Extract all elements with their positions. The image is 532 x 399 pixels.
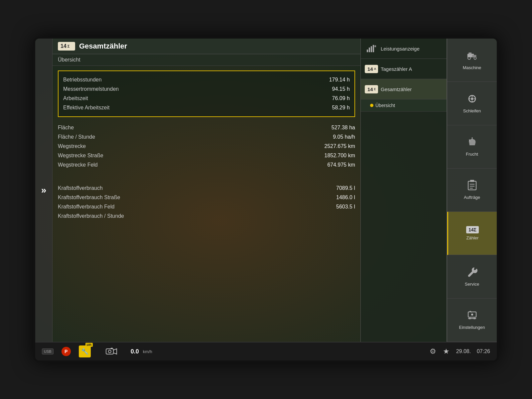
svg-point-19 bbox=[471, 314, 473, 316]
parking-indicator: P bbox=[62, 347, 71, 356]
row-label: Wegstrecke bbox=[58, 143, 86, 149]
sub-item-label: Übersicht bbox=[375, 103, 395, 108]
main-content-panel: 14 Σ Gesamtzähler Übersicht Betriebsstun… bbox=[53, 39, 360, 342]
wrench-timer-indicator: 🔧 10h bbox=[79, 345, 91, 357]
tractor-icon bbox=[467, 50, 477, 63]
fuel-section: Kraftstoffverbrauch 7089.5 l Kraftstoffv… bbox=[58, 182, 355, 222]
row-label: Kraftstoffverbrauch bbox=[58, 185, 103, 191]
row-label: Kraftstoffverbrauch Straße bbox=[58, 195, 120, 200]
time-value: 07:26 bbox=[477, 348, 490, 354]
row-value: 527.38 ha bbox=[332, 125, 355, 131]
svg-rect-1 bbox=[369, 48, 370, 52]
row-value: 1852.700 km bbox=[324, 153, 355, 159]
row-value: 2527.675 km bbox=[324, 143, 355, 149]
table-row: Kraftstoffverbrauch Feld 5603.5 l bbox=[58, 202, 355, 211]
menu-label-tageszaehler: Tageszähler A bbox=[381, 66, 412, 72]
gesamtzaehler-icon: 14 Σ bbox=[366, 84, 377, 94]
table-row: Wegstrecke Feld 674.975 km bbox=[58, 160, 355, 170]
datetime-display: 29.08. 07:26 bbox=[456, 348, 490, 354]
menu-item-tageszaehler[interactable]: 14 A Tageszähler A bbox=[361, 59, 447, 79]
table-row: Wegstrecke Straße 1852.700 km bbox=[58, 151, 355, 160]
status-bar: USB P 🔧 10h 0.0 km/h ⚙ bbox=[35, 342, 497, 360]
right-sidebar: Maschine Schleifen bbox=[447, 39, 497, 342]
status-right-group: ⚙ ★ 29.08. 07:26 bbox=[430, 347, 490, 356]
table-row: Betriebsstunden 179.14 h bbox=[63, 75, 350, 84]
row-label: Effektive Arbeitszeit bbox=[63, 105, 109, 111]
einstellungen-icon bbox=[467, 310, 477, 323]
sidebar-item-maschine[interactable]: Maschine bbox=[447, 39, 497, 82]
speed-unit: km/h bbox=[143, 349, 152, 354]
sub-item-ubersicht[interactable]: Übersicht bbox=[361, 99, 447, 112]
sidebar-label-maschine: Maschine bbox=[463, 65, 481, 70]
row-value: 76.09 h bbox=[332, 95, 350, 101]
camera-indicator bbox=[105, 347, 117, 356]
row-label: Wegstrecke Straße bbox=[58, 153, 103, 159]
tageszaehler-icon: 14 A bbox=[366, 64, 377, 74]
row-value: 5603.5 l bbox=[336, 204, 355, 210]
badge-sub: Σ bbox=[67, 44, 70, 48]
timer-badge: 10h bbox=[85, 343, 93, 347]
area-section: Fläche 527.38 ha Fläche / Stunde 9.05 ha… bbox=[58, 122, 355, 171]
menu-label-leistungsanzeige: Leistungsanzeige bbox=[381, 46, 420, 52]
sidebar-item-frucht[interactable]: Frucht bbox=[447, 125, 497, 169]
usb-indicator: USB bbox=[42, 348, 54, 354]
sidebar-item-einstellungen[interactable]: Einstellungen bbox=[447, 299, 497, 342]
sidebar-item-service[interactable]: Service bbox=[447, 255, 497, 298]
frucht-icon bbox=[467, 137, 477, 150]
table-row: Wegstrecke 2527.675 km bbox=[58, 142, 355, 151]
table-row: Kraftstoffverbrauch Straße 1486.0 l bbox=[58, 193, 355, 202]
svg-point-11 bbox=[471, 97, 473, 100]
left-nav-button[interactable]: » bbox=[35, 39, 53, 342]
row-label: Messertrommelstunden bbox=[63, 86, 119, 92]
wrench-icon bbox=[467, 267, 477, 280]
svg-marker-24 bbox=[113, 349, 117, 354]
speed-display: 0.0 km/h bbox=[131, 348, 152, 355]
table-row: Kraftstoffverbrauch 7089.5 l bbox=[58, 184, 355, 193]
table-row: Arbeitszeit 76.09 h bbox=[63, 94, 350, 103]
row-label: Arbeitszeit bbox=[63, 95, 88, 101]
sidebar-label-auftrage: Aufträge bbox=[464, 195, 480, 200]
sidebar-item-schleifen[interactable]: Schleifen bbox=[447, 82, 497, 125]
row-value: 9.05 ha/h bbox=[333, 134, 355, 140]
data-section: Betriebsstunden 179.14 h Messertrommelst… bbox=[53, 66, 360, 225]
table-row: Fläche / Stunde 9.05 ha/h bbox=[58, 132, 355, 142]
svg-point-23 bbox=[108, 350, 111, 353]
sidebar-item-zahler[interactable]: 14Σ Zähler bbox=[447, 212, 497, 255]
row-value: 179.14 h bbox=[329, 77, 350, 83]
wrench-timer-icon: 🔧 10h bbox=[79, 345, 91, 357]
svg-rect-22 bbox=[106, 349, 113, 354]
date-value: 29.08. bbox=[456, 348, 471, 354]
zahler-icon: 14Σ bbox=[466, 226, 479, 233]
speed-value: 0.0 bbox=[131, 348, 139, 355]
badge-number: 14 bbox=[61, 43, 66, 49]
star-icon: ★ bbox=[443, 347, 450, 356]
table-row: Kraftstoffverbrauch / Stunde bbox=[58, 211, 355, 221]
row-value: 94.15 h bbox=[332, 86, 350, 92]
active-dot bbox=[370, 104, 373, 107]
page-title: Gesamtzähler bbox=[79, 42, 127, 51]
parking-icon: P bbox=[62, 347, 71, 356]
svg-rect-25 bbox=[111, 348, 113, 349]
counter-badge: 14 Σ bbox=[58, 42, 75, 51]
menu-item-leistungsanzeige[interactable]: Leistungsanzeige bbox=[361, 39, 447, 59]
sidebar-label-schleifen: Schleifen bbox=[463, 108, 481, 113]
sidebar-label-einstellungen: Einstellungen bbox=[459, 325, 485, 330]
svg-point-8 bbox=[474, 57, 476, 59]
svg-point-4 bbox=[374, 45, 376, 47]
row-label: Wegstrecke Feld bbox=[58, 162, 98, 168]
menu-item-gesamtzaehler[interactable]: 14 Σ Gesamtzähler bbox=[361, 79, 447, 99]
leistungsanzeige-icon bbox=[366, 43, 377, 54]
svg-rect-21 bbox=[473, 318, 475, 319]
clipboard-icon bbox=[467, 180, 477, 193]
chevron-left-icon: » bbox=[41, 185, 47, 196]
svg-rect-3 bbox=[373, 45, 374, 52]
svg-rect-6 bbox=[468, 53, 471, 54]
page-subtitle: Übersicht bbox=[53, 54, 360, 66]
main-screen: » 14 Σ Gesamtzähler Übersicht bbox=[33, 37, 499, 362]
sidebar-item-auftrage[interactable]: Aufträge bbox=[447, 169, 497, 212]
svg-rect-13 bbox=[470, 180, 474, 182]
svg-rect-20 bbox=[469, 318, 471, 319]
menu-label-gesamtzaehler: Gesamtzähler bbox=[381, 86, 412, 92]
svg-rect-9 bbox=[472, 55, 476, 57]
sidebar-label-service: Service bbox=[465, 282, 479, 287]
